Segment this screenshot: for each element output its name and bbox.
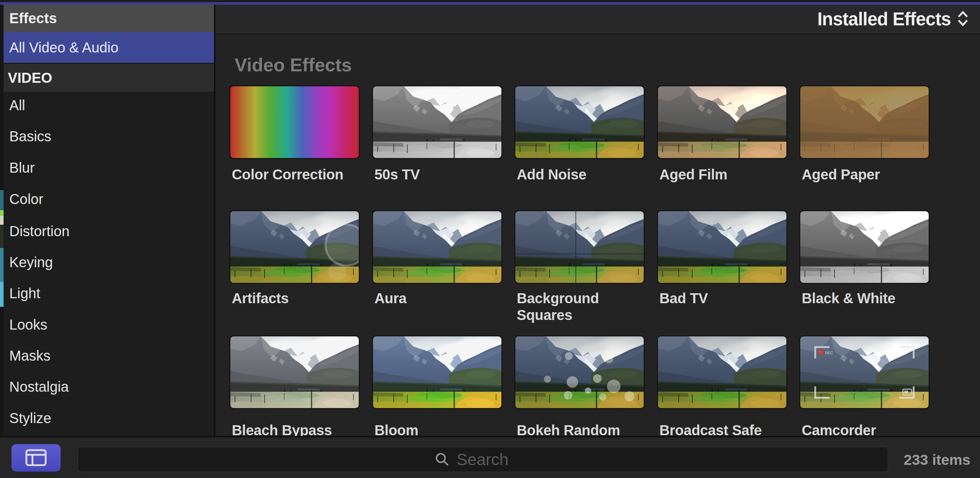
svg-text:REC: REC	[825, 351, 833, 355]
